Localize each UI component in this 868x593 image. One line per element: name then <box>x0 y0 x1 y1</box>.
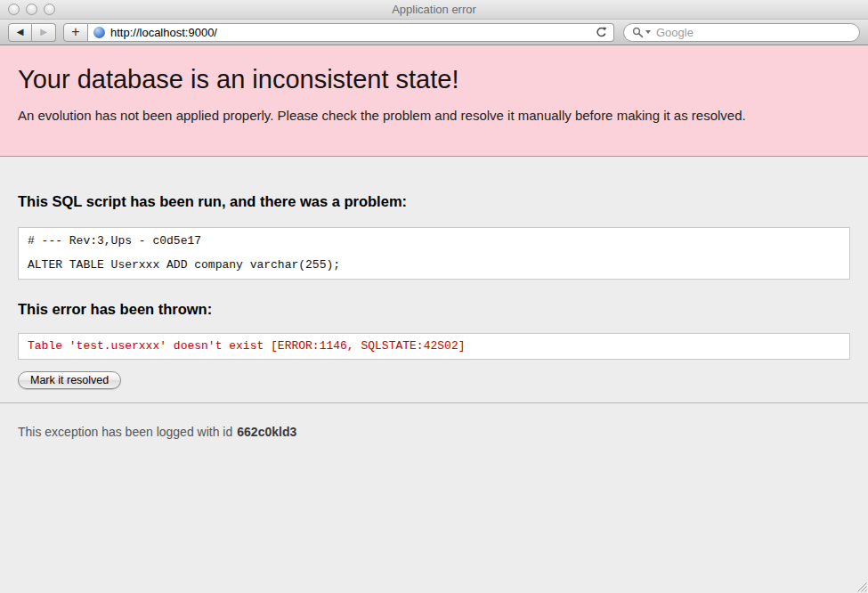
search-bar[interactable] <box>623 23 860 42</box>
error-thrown-heading: This error has been thrown: <box>18 301 850 318</box>
exception-log-note: This exception has been logged with id66… <box>18 425 850 439</box>
divider <box>0 402 868 403</box>
zoom-window-button[interactable] <box>44 4 55 15</box>
sql-script-line: # --- Rev:3,Ups - c0d5e17 <box>28 235 840 248</box>
minimize-window-button[interactable] <box>26 4 37 15</box>
title-bar: Application error <box>0 0 868 20</box>
search-input[interactable] <box>656 26 851 39</box>
close-window-button[interactable] <box>8 4 20 15</box>
mark-resolved-button[interactable]: Mark it resolved <box>18 371 121 389</box>
search-magnifier-icon[interactable] <box>632 27 644 38</box>
globe-favicon-icon <box>93 27 105 38</box>
history-nav-group: ◀ ▶ <box>8 23 56 42</box>
sql-script-box: # --- Rev:3,Ups - c0d5e17 ALTER TABLE Us… <box>18 227 850 280</box>
url-input[interactable] <box>110 26 589 39</box>
error-message-box: Table 'test.userxxx' doesn't exist [ERRO… <box>18 333 850 360</box>
window-resize-grip[interactable] <box>855 580 867 592</box>
window-title: Application error <box>0 3 868 16</box>
error-banner-message: An evolution has not been applied proper… <box>18 108 850 123</box>
page-content: This SQL script has been run, and there … <box>0 193 868 439</box>
error-banner-title: Your database is an inconsistent state! <box>18 65 850 94</box>
search-engine-dropdown-icon[interactable] <box>645 30 651 34</box>
new-tab-button[interactable]: + <box>63 23 88 42</box>
error-banner: Your database is an inconsistent state! … <box>0 45 868 157</box>
error-message-text: Table 'test.userxxx' doesn't exist [ERRO… <box>28 339 465 353</box>
sql-script-heading: This SQL script has been run, and there … <box>18 193 850 210</box>
browser-toolbar: ◀ ▶ + <box>0 20 868 45</box>
sql-script-line: ALTER TABLE Userxxx ADD company varchar(… <box>28 259 840 272</box>
address-bar[interactable] <box>88 23 614 42</box>
browser-window: Application error ◀ ▶ + Your database <box>0 0 868 593</box>
back-button[interactable]: ◀ <box>8 23 32 42</box>
button-row: Mark it resolved <box>18 371 850 389</box>
reload-icon[interactable] <box>595 26 608 39</box>
forward-button[interactable]: ▶ <box>32 23 56 42</box>
window-controls <box>0 4 55 15</box>
exception-log-text: This exception has been logged with id <box>18 425 232 439</box>
exception-id: 662c0kld3 <box>237 425 296 439</box>
